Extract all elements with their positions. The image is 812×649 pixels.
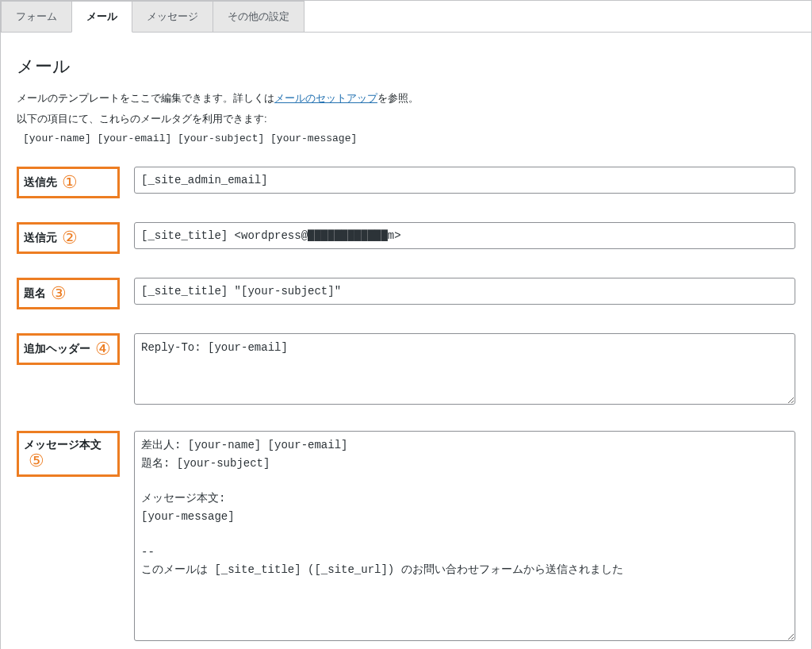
annotation-3-icon: ③	[51, 285, 67, 302]
row-from: 送信元 ②	[17, 222, 795, 254]
tab-content: メール メールのテンプレートをここで編集できます。詳しくはメールのセットアップを…	[1, 32, 811, 649]
mail-tags: [your-name] [your-email] [your-subject] …	[23, 132, 795, 144]
setup-link[interactable]: メールのセットアップ	[274, 92, 377, 104]
desc-text-after: を参照。	[377, 92, 419, 104]
row-body: メッセージ本文 ⑤	[17, 431, 795, 643]
tab-bar: フォーム メール メッセージ その他の設定	[1, 1, 811, 32]
tab-form[interactable]: フォーム	[1, 1, 72, 32]
section-title: メール	[17, 55, 795, 79]
label-to-text: 送信先	[24, 175, 57, 190]
headers-input[interactable]	[134, 333, 795, 405]
label-subject-text: 題名	[24, 286, 46, 301]
annotation-5-icon: ⑤	[29, 452, 113, 470]
desc-text-before: メールのテンプレートをここで編集できます。詳しくは	[17, 92, 274, 104]
label-headers-text: 追加ヘッダー	[24, 342, 90, 356]
label-to: 送信先 ①	[17, 167, 120, 198]
annotation-1-icon: ①	[62, 174, 78, 191]
tags-intro: 以下の項目にて、これらのメールタグを利用できます:	[17, 110, 795, 128]
label-headers: 追加ヘッダー ④	[17, 333, 120, 365]
label-body: メッセージ本文 ⑤	[17, 431, 120, 477]
annotation-4-icon: ④	[95, 340, 111, 358]
label-from: 送信元 ②	[17, 222, 120, 254]
body-input[interactable]	[134, 431, 795, 641]
annotation-2-icon: ②	[62, 229, 78, 247]
row-to: 送信先 ①	[17, 167, 795, 198]
mail-panel: フォーム メール メッセージ その他の設定 メール メールのテンプレートをここで…	[0, 0, 812, 649]
label-subject: 題名 ③	[17, 278, 120, 309]
tab-messages[interactable]: メッセージ	[132, 1, 213, 32]
tab-additional[interactable]: その他の設定	[213, 1, 304, 32]
label-from-text: 送信元	[24, 231, 57, 245]
subject-input[interactable]	[134, 278, 795, 305]
section-desc: メールのテンプレートをここで編集できます。詳しくはメールのセットアップを参照。	[17, 90, 795, 107]
from-input[interactable]	[134, 222, 795, 249]
row-headers: 追加ヘッダー ④	[17, 333, 795, 407]
tab-mail[interactable]: メール	[71, 1, 132, 33]
to-input[interactable]	[134, 167, 795, 194]
row-subject: 題名 ③	[17, 278, 795, 309]
